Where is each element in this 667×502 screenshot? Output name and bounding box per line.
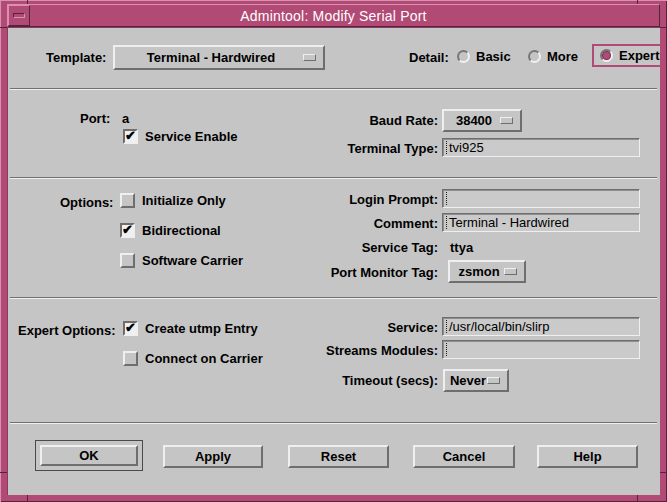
frame-resize-notch[interactable] [660, 472, 667, 473]
port-monitor-tag-dropdown[interactable]: zsmon [448, 260, 526, 283]
option-menu-icon [500, 117, 513, 124]
connect-on-carrier-label: Connect on Carrier [145, 351, 263, 366]
checkbox-icon [123, 129, 138, 144]
dialog-content: Template: Terminal - Hardwired Detail: B… [7, 27, 660, 495]
window-menu-button[interactable] [8, 5, 30, 26]
radio-icon [457, 50, 470, 63]
terminal-type-field[interactable]: tvi925 [442, 138, 640, 157]
admintool-modify-serial-port-window: Admintool: Modify Serial Port Template: … [0, 0, 667, 502]
detail-label: Detail: [409, 50, 449, 65]
software-carrier-checkbox[interactable]: Software Carrier [120, 253, 243, 268]
template-label: Template: [46, 50, 106, 65]
title-bar[interactable]: Admintool: Modify Serial Port [7, 4, 660, 27]
streams-modules-label: Streams Modules: [258, 343, 438, 358]
ok-default-ring: OK [35, 440, 143, 471]
detail-radio-more[interactable]: More [528, 49, 578, 64]
port-label: Port: [80, 111, 110, 126]
section-divider [10, 88, 657, 90]
template-dropdown-value: Terminal - Hardwired [147, 50, 291, 65]
text-cursor-icon [446, 216, 448, 229]
detail-radio-more-label: More [547, 49, 578, 64]
detail-radio-expert[interactable]: Expert [592, 44, 666, 67]
streams-modules-field[interactable] [442, 340, 640, 359]
create-utmp-entry-label: Create utmp Entry [145, 321, 258, 336]
timeout-label: Timeout (secs): [258, 373, 438, 388]
initialize-only-label: Initialize Only [142, 193, 226, 208]
text-cursor-icon [446, 141, 448, 154]
ok-button[interactable]: OK [40, 445, 138, 466]
help-button[interactable]: Help [537, 445, 638, 468]
text-cursor-icon [446, 192, 448, 205]
service-label: Service: [258, 320, 438, 335]
checkbox-icon [120, 193, 135, 208]
login-prompt-field[interactable] [442, 189, 640, 208]
section-divider [10, 422, 657, 424]
template-dropdown[interactable]: Terminal - Hardwired [113, 45, 325, 70]
frame-resize-notch[interactable] [0, 472, 7, 473]
terminal-type-label: Terminal Type: [258, 141, 438, 156]
options-label: Options: [60, 195, 113, 210]
baud-rate-dropdown[interactable]: 38400 [442, 109, 522, 132]
service-field[interactable]: /usr/local/bin/slirp [442, 317, 640, 336]
checkbox-icon [120, 223, 135, 238]
comment-label: Comment: [258, 216, 438, 231]
checkbox-icon [123, 321, 138, 336]
option-menu-icon [504, 268, 517, 275]
create-utmp-entry-checkbox[interactable]: Create utmp Entry [123, 321, 258, 336]
radio-icon [528, 50, 541, 63]
port-value: a [122, 111, 129, 126]
text-cursor-icon [446, 343, 448, 356]
frame-resize-notch[interactable] [637, 495, 638, 502]
service-enable-checkbox[interactable]: Service Enable [123, 129, 238, 144]
section-divider [10, 297, 657, 299]
timeout-dropdown[interactable]: Never [443, 369, 509, 392]
section-divider [10, 177, 657, 179]
comment-field[interactable]: Terminal - Hardwired [442, 213, 640, 232]
cancel-button[interactable]: Cancel [413, 445, 515, 468]
option-menu-icon [487, 377, 500, 384]
login-prompt-label: Login Prompt: [258, 192, 438, 207]
checkbox-icon [123, 351, 138, 366]
window-menu-icon [13, 13, 25, 18]
reset-button[interactable]: Reset [288, 445, 389, 468]
software-carrier-label: Software Carrier [142, 253, 243, 268]
text-cursor-icon [446, 320, 448, 333]
service-tag-value: ttya [450, 240, 473, 255]
service-value: /usr/local/bin/slirp [449, 319, 549, 334]
frame-resize-notch[interactable] [0, 27, 7, 28]
detail-radio-basic[interactable]: Basic [457, 49, 511, 64]
expert-options-label: Expert Options: [18, 323, 116, 338]
apply-button[interactable]: Apply [163, 445, 263, 468]
radio-icon [600, 49, 613, 62]
port-monitor-tag-label: Port Monitor Tag: [258, 265, 438, 280]
bidirectional-label: Bidirectional [142, 223, 221, 238]
bidirectional-checkbox[interactable]: Bidirectional [120, 223, 221, 238]
connect-on-carrier-checkbox[interactable]: Connect on Carrier [123, 351, 263, 366]
service-enable-label: Service Enable [145, 129, 238, 144]
option-menu-icon [303, 54, 316, 61]
frame-resize-notch[interactable] [27, 495, 28, 502]
initialize-only-checkbox[interactable]: Initialize Only [120, 193, 226, 208]
comment-value: Terminal - Hardwired [449, 215, 569, 230]
window-title: Admintool: Modify Serial Port [8, 8, 659, 24]
detail-radio-basic-label: Basic [476, 49, 511, 64]
baud-rate-label: Baud Rate: [258, 113, 438, 128]
service-tag-label: Service Tag: [258, 240, 438, 255]
detail-radio-expert-label: Expert [619, 48, 659, 63]
checkbox-icon [120, 253, 135, 268]
frame-resize-notch[interactable] [660, 27, 667, 28]
terminal-type-value: tvi925 [449, 140, 484, 155]
